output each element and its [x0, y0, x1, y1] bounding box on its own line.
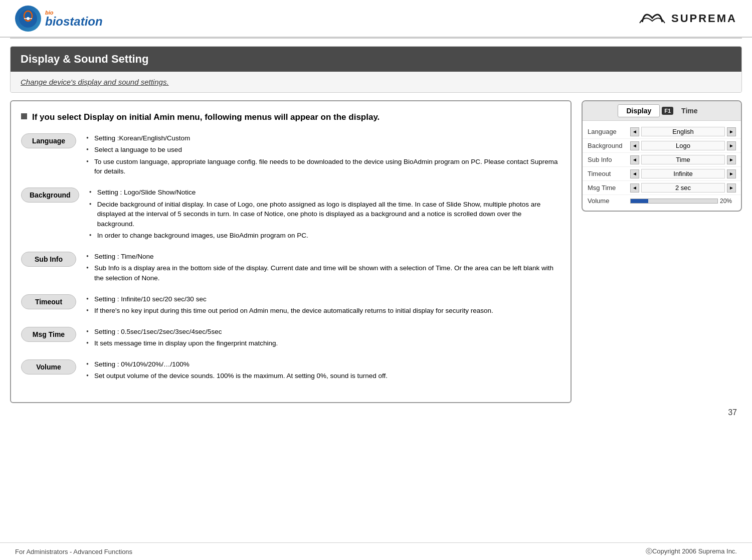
left-arrow-button[interactable]: ◄ — [630, 183, 639, 193]
top-bar: bio biostation SUPREMA — [0, 0, 752, 38]
setting-value: Logo — [641, 141, 725, 150]
device-row-control: ◄English► — [630, 127, 736, 136]
setting-row: BackgroundSetting : Logo/Slide Show/Noti… — [21, 188, 560, 243]
device-display: Display F1 Time Language◄English►Backgro… — [582, 100, 742, 212]
setting-row: TimeoutSetting : Infinite/10 sec/20 sec/… — [21, 294, 560, 318]
bullet-icon — [21, 113, 27, 119]
footer-left: For Administrators - Advanced Functions — [15, 548, 132, 555]
setting-bullet: Setting : 0.5sec/1sec/2sec/3sec/4sec/5se… — [86, 327, 560, 337]
volume-bar-background — [630, 199, 718, 204]
biostation-wordmark: biostation — [45, 16, 103, 28]
device-setting-row: Timeout◄Infinite► — [583, 167, 741, 181]
setting-description: Setting : Time/NoneSub Info is a display… — [86, 252, 560, 285]
left-arrow-button[interactable]: ◄ — [630, 141, 639, 150]
suprema-wordmark: SUPREMA — [671, 12, 737, 25]
setting-label: Volume — [21, 359, 76, 375]
left-arrow-button[interactable]: ◄ — [630, 169, 639, 178]
device-row-label: Background — [588, 142, 630, 149]
setting-description: Setting : Infinite/10 sec/20 sec/30 secI… — [86, 294, 560, 318]
right-arrow-button[interactable]: ► — [727, 183, 736, 193]
setting-description: Setting : 0.5sec/1sec/2sec/3sec/4sec/5se… — [86, 327, 560, 350]
setting-value: English — [641, 127, 725, 136]
page-number: 37 — [728, 408, 737, 417]
right-arrow-button[interactable]: ► — [727, 169, 736, 178]
setting-label: Background — [21, 188, 79, 203]
setting-value: Infinite — [641, 169, 725, 178]
setting-bullet: Setting : Time/None — [86, 252, 560, 262]
setting-bullet: If there's no key input during this time… — [86, 306, 560, 316]
setting-row: VolumeSetting : 0%/10%/20%/…/100%Set out… — [21, 359, 560, 383]
page-subtitle: Change device's display and sound settin… — [11, 72, 741, 92]
suprema-icon — [637, 7, 667, 30]
device-row-control: ◄Logo► — [630, 141, 736, 150]
svg-point-3 — [27, 17, 30, 20]
device-row-control: 20% — [630, 198, 736, 205]
device-setting-row: Volume20% — [583, 195, 741, 207]
setting-bullet: In order to change background images, us… — [89, 231, 560, 241]
f1-badge: F1 — [662, 107, 673, 115]
right-arrow-button[interactable]: ► — [727, 155, 736, 164]
setting-description: Setting :Korean/English/CustomSelect a l… — [86, 133, 560, 178]
device-setting-row: Language◄English► — [583, 125, 741, 139]
right-arrow-button[interactable]: ► — [727, 141, 736, 150]
setting-value: Time — [641, 155, 725, 164]
device-row-control: ◄Infinite► — [630, 169, 736, 178]
display-tab[interactable]: Display — [618, 104, 660, 117]
settings-container: LanguageSetting :Korean/English/CustomSe… — [21, 133, 560, 383]
device-row-label: Language — [588, 128, 630, 135]
intro-text: If you select Display on initial Amin me… — [21, 111, 560, 123]
setting-bullet: Setting :Korean/English/Custom — [86, 133, 560, 143]
setting-row: Msg TimeSetting : 0.5sec/1sec/2sec/3sec/… — [21, 327, 560, 350]
setting-label: Sub Info — [21, 252, 76, 267]
suprema-logo: SUPREMA — [637, 7, 737, 30]
display-header: Display F1 Time — [583, 101, 741, 121]
setting-bullet: Setting : Logo/Slide Show/Notice — [89, 188, 560, 198]
page-number-area: 37 — [0, 408, 737, 417]
page-title: Display & Sound Setting — [11, 47, 741, 72]
setting-row: Sub InfoSetting : Time/NoneSub Info is a… — [21, 252, 560, 285]
setting-bullet: Setting : Infinite/10 sec/20 sec/30 sec — [86, 294, 560, 304]
footer-right: ⓒCopyright 2006 Suprema Inc. — [646, 547, 737, 556]
device-row-label: Msg Time — [588, 184, 630, 192]
device-row-control: ◄Time► — [630, 155, 736, 164]
setting-bullet: Sub Info is a display area in the bottom… — [86, 263, 560, 283]
device-row-label: Sub Info — [588, 156, 630, 163]
biostation-logo-icon — [15, 6, 41, 32]
setting-bullet: To use custom language, appropriate lang… — [86, 157, 560, 176]
volume-percentage: 20% — [720, 198, 736, 205]
volume-bar-container: 20% — [630, 198, 736, 205]
main-content: If you select Display on initial Amin me… — [10, 100, 742, 403]
left-arrow-button[interactable]: ◄ — [630, 127, 639, 136]
device-setting-row: Msg Time◄2 sec► — [583, 181, 741, 195]
volume-bar-fill — [631, 199, 648, 203]
setting-value: 2 sec — [641, 183, 725, 193]
device-rows: Language◄English►Background◄Logo►Sub Inf… — [583, 121, 741, 211]
setting-label: Language — [21, 133, 76, 148]
left-arrow-button[interactable]: ◄ — [630, 155, 639, 164]
setting-bullet: Select a language to be used — [86, 145, 560, 155]
right-panel: Display F1 Time Language◄English►Backgro… — [582, 100, 742, 403]
device-row-label: Volume — [588, 197, 630, 205]
setting-bullet: Set output volume of the device sounds. … — [86, 371, 560, 381]
setting-description: Setting : Logo/Slide Show/NoticeDecide b… — [89, 188, 560, 243]
setting-row: LanguageSetting :Korean/English/CustomSe… — [21, 133, 560, 178]
device-setting-row: Sub Info◄Time► — [583, 153, 741, 167]
setting-description: Setting : 0%/10%/20%/…/100%Set output vo… — [86, 359, 560, 383]
right-arrow-button[interactable]: ► — [727, 127, 736, 136]
setting-label: Timeout — [21, 294, 76, 309]
setting-bullet: Setting : 0%/10%/20%/…/100% — [86, 359, 560, 369]
left-panel: If you select Display on initial Amin me… — [10, 100, 572, 403]
biostation-logo: bio biostation — [15, 6, 103, 32]
device-row-label: Timeout — [588, 170, 630, 177]
device-row-control: ◄2 sec► — [630, 183, 736, 193]
setting-bullet: Decide background of initial display. In… — [89, 200, 560, 229]
time-tab[interactable]: Time — [673, 105, 705, 117]
footer: For Administrators - Advanced Functions … — [0, 542, 752, 560]
device-setting-row: Background◄Logo► — [583, 139, 741, 153]
title-block: Display & Sound Setting Change device's … — [10, 46, 742, 93]
setting-bullet: It sets message time in display upon the… — [86, 338, 560, 348]
setting-label: Msg Time — [21, 327, 76, 342]
